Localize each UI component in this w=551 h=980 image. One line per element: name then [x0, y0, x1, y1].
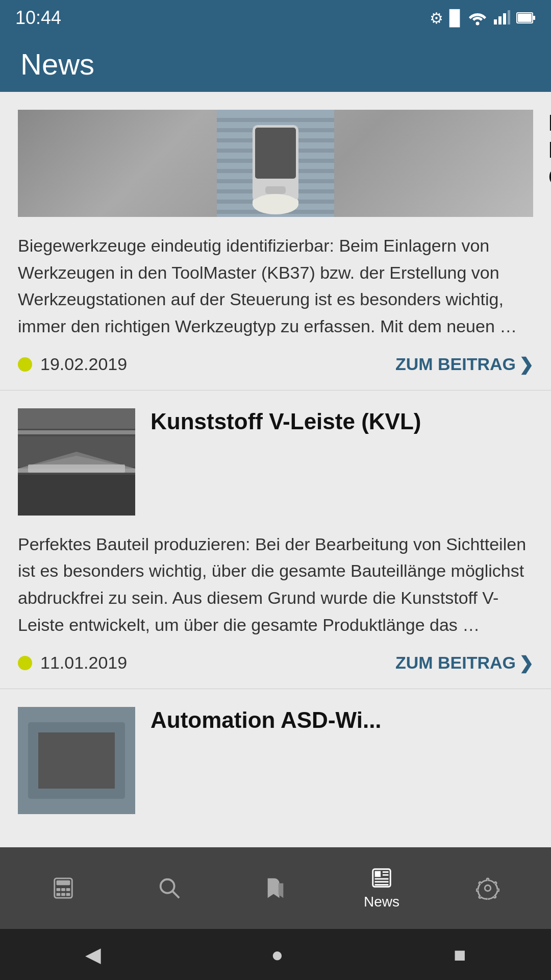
- news-thumbnail-1[interactable]: [18, 110, 533, 217]
- svg-rect-29: [18, 475, 135, 516]
- status-bar: 10:44 ⚙ ▉: [0, 0, 551, 36]
- svg-rect-42: [61, 893, 65, 896]
- svg-rect-25: [18, 408, 135, 429]
- svg-rect-6: [518, 14, 532, 22]
- news-date-container-1: 19.02.2019: [18, 354, 127, 374]
- svg-rect-40: [66, 888, 70, 891]
- svg-rect-47: [375, 871, 381, 877]
- nav-item-settings[interactable]: [435, 876, 541, 900]
- signal-icon: [494, 10, 510, 26]
- news-item-data-matrix-code: Data Matrix Code Biegewerkzeuge eindeuti…: [0, 92, 551, 390]
- news-item-kvl: Kunststoff V-Leiste (KVL) Perfektes Baut…: [0, 390, 551, 689]
- bottom-nav: News: [0, 847, 551, 929]
- date-dot-2: [18, 656, 32, 670]
- svg-point-44: [161, 879, 174, 893]
- news-footer-2: 11.01.2019 ZUM BEITRAG ❯: [18, 653, 533, 673]
- svg-rect-41: [57, 893, 61, 896]
- news-list: Data Matrix Code Biegewerkzeuge eindeuti…: [0, 92, 551, 847]
- book-icon: [264, 876, 287, 900]
- news-thumbnail-3[interactable]: [18, 707, 135, 814]
- svg-rect-1: [494, 19, 497, 24]
- thumb-image-1: [217, 110, 334, 217]
- svg-rect-43: [66, 893, 70, 896]
- calculator-icon: [52, 876, 75, 900]
- nav-item-calculator[interactable]: [10, 876, 116, 900]
- svg-point-53: [485, 885, 491, 891]
- page-title: News: [20, 47, 94, 81]
- news-date-1: 19.02.2019: [40, 354, 127, 374]
- svg-rect-26: [18, 430, 135, 434]
- news-body-2: Perfektes Bauteil produzieren: Bei der B…: [18, 531, 533, 639]
- news-item-header-2: Kunststoff V-Leiste (KVL): [18, 408, 533, 516]
- news-icon: [370, 866, 393, 890]
- svg-rect-38: [57, 888, 61, 891]
- svg-rect-7: [533, 16, 535, 20]
- search-icon: [158, 876, 181, 900]
- news-item-header-1: Data Matrix Code: [18, 110, 533, 217]
- nav-item-book[interactable]: [222, 876, 329, 900]
- news-item-header-3: Automation ASD-Wi...: [18, 707, 533, 814]
- svg-rect-23: [253, 199, 298, 207]
- home-button[interactable]: ●: [271, 943, 283, 966]
- android-nav: ◀ ● ■: [0, 929, 551, 980]
- nav-label-news: News: [364, 894, 399, 910]
- news-thumbnail-2[interactable]: [18, 408, 135, 516]
- thumb-image-3: [18, 707, 135, 814]
- svg-line-45: [173, 892, 179, 898]
- news-footer-1: 19.02.2019 ZUM BEITRAG ❯: [18, 354, 533, 375]
- nav-item-news[interactable]: News: [329, 866, 435, 910]
- back-button[interactable]: ◀: [85, 943, 101, 966]
- svg-rect-3: [503, 13, 506, 24]
- svg-rect-4: [508, 10, 510, 24]
- news-date-2: 11.01.2019: [40, 653, 127, 673]
- svg-rect-21: [265, 186, 286, 194]
- svg-rect-32: [28, 464, 125, 473]
- settings-status-icon: ⚙: [430, 9, 443, 27]
- news-title-3: Automation ASD-Wi...: [151, 707, 533, 734]
- news-title-2: Kunststoff V-Leiste (KVL): [151, 408, 533, 435]
- status-time: 10:44: [15, 7, 61, 29]
- app-header: News: [0, 36, 551, 92]
- news-title-1: Data Matrix Code: [548, 110, 551, 190]
- svg-point-0: [476, 22, 480, 26]
- wifi-icon: [467, 10, 488, 26]
- news-item-partial: Automation ASD-Wi...: [0, 689, 551, 814]
- news-link-chevron-1: ❯: [519, 354, 533, 375]
- recent-button[interactable]: ■: [454, 943, 466, 966]
- news-link-chevron-2: ❯: [519, 653, 533, 673]
- svg-rect-39: [61, 888, 65, 891]
- news-link-1[interactable]: ZUM BEITRAG ❯: [395, 354, 533, 375]
- news-link-label-2: ZUM BEITRAG: [395, 653, 516, 673]
- status-icons: ⚙ ▉: [430, 9, 536, 27]
- news-date-container-2: 11.01.2019: [18, 653, 127, 673]
- thumb-image-2: [18, 408, 135, 516]
- svg-rect-37: [57, 880, 70, 886]
- svg-rect-20: [255, 128, 296, 179]
- sim-status-icon: ▉: [449, 9, 461, 27]
- date-dot-1: [18, 357, 32, 372]
- news-link-2[interactable]: ZUM BEITRAG ❯: [395, 653, 533, 673]
- settings-icon: [476, 876, 499, 900]
- news-body-1: Biegewerkzeuge eindeutig identifizierbar…: [18, 232, 533, 340]
- news-link-label-1: ZUM BEITRAG: [395, 354, 516, 374]
- nav-item-search[interactable]: [116, 876, 222, 900]
- svg-rect-35: [38, 732, 115, 789]
- battery-icon: [516, 11, 536, 24]
- svg-rect-2: [498, 16, 502, 24]
